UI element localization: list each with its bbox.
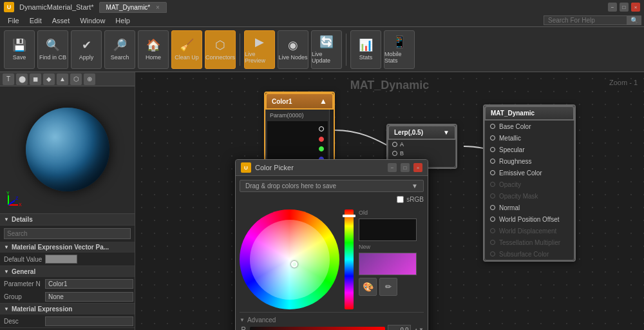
color-wheel[interactable] <box>240 209 339 309</box>
vp-btn-6[interactable]: ⬡ <box>70 73 82 85</box>
normal-pin[interactable] <box>490 205 495 210</box>
lerp-pin-a[interactable]: A <box>388 140 455 149</box>
lerp-pin-b[interactable]: B <box>388 149 455 158</box>
output-world-pos[interactable]: World Position Offset <box>485 213 574 225</box>
live-update-button[interactable]: 🔄Live Update <box>311 30 342 69</box>
vp-btn-1[interactable]: T <box>3 73 14 85</box>
slider-r-value[interactable] <box>388 325 411 330</box>
specular-pin[interactable] <box>490 147 495 152</box>
find-in-cb-button[interactable]: 🔍Find in CB <box>37 30 68 69</box>
cp-drop-area[interactable]: Drag & drop colors here to save ▼ <box>240 180 424 192</box>
material-expression-2-header[interactable]: ▼ Material Expression <box>0 304 135 315</box>
opacity-mask-pin <box>490 193 495 199</box>
mobile-stats-button[interactable]: 📱Mobile Stats <box>384 30 415 69</box>
color1-pin-g[interactable] <box>267 145 328 153</box>
help-search-input[interactable] <box>544 15 627 25</box>
menu-help[interactable]: Help <box>110 17 135 24</box>
cp-title: Color Picker <box>255 164 384 171</box>
ue-logo: U <box>241 162 251 173</box>
vp-btn-3[interactable]: ◼ <box>30 73 41 85</box>
menu-file[interactable]: File <box>3 17 24 24</box>
menu-asset[interactable]: Asset <box>47 17 75 24</box>
output-metallic[interactable]: Metallic <box>485 132 574 144</box>
axis-indicator: X Y Z <box>5 189 24 208</box>
mat-dynamic-node[interactable]: MAT_Dynamic Base Color Metallic Specular… <box>483 104 576 262</box>
material-graph[interactable]: MAT_Dynamic Zoom - 1 Color1 ▲ Param(0000… <box>135 72 644 330</box>
metallic-pin[interactable] <box>490 135 495 141</box>
apply-button[interactable]: ✔Apply <box>71 30 102 69</box>
menu-edit[interactable]: Edit <box>24 17 47 24</box>
mobile-stats-icon: 📱 <box>392 35 406 49</box>
opacity-pin <box>490 182 495 187</box>
connectors-button[interactable]: ⬡Connectors <box>205 30 236 69</box>
emissive-pin[interactable] <box>490 170 495 175</box>
menu-window[interactable]: Window <box>75 17 110 24</box>
output-subsurface: Subsurface Color <box>485 248 574 260</box>
color1-expand[interactable]: ▲ <box>319 97 327 106</box>
cp-minimize-btn[interactable]: − <box>388 163 397 172</box>
properties-search-input[interactable] <box>4 228 131 239</box>
slider-r-row: R ▲▼ <box>240 325 424 330</box>
vp-btn-5[interactable]: ▲ <box>57 73 68 85</box>
save-button[interactable]: 💾Save <box>4 30 35 69</box>
output-emissive[interactable]: Emissive Color <box>485 167 574 179</box>
active-tab[interactable]: MAT_Dynamic* × <box>99 2 167 13</box>
details-label: Details <box>12 216 33 223</box>
cleanup-button[interactable]: 🧹Clean Up <box>171 30 202 69</box>
srgb-checkbox[interactable] <box>397 196 404 203</box>
svg-line-2 <box>8 200 15 205</box>
stats-button[interactable]: 📊Stats <box>350 30 381 69</box>
color1-rgba-dot[interactable] <box>319 126 324 131</box>
vp-btn-2[interactable]: ⬤ <box>16 73 28 85</box>
cp-close-btn[interactable]: × <box>413 163 422 172</box>
maximize-btn[interactable]: □ <box>620 3 629 12</box>
color1-pin-r[interactable] <box>267 135 328 143</box>
home-label: Home <box>146 54 161 61</box>
output-specular[interactable]: Specular <box>485 144 574 155</box>
slider-r-track[interactable] <box>250 327 385 330</box>
color1-g-dot[interactable] <box>319 146 324 151</box>
home-button[interactable]: 🏠Home <box>138 30 169 69</box>
details-header[interactable]: ▼ Details <box>0 214 135 225</box>
hue-bar[interactable] <box>345 209 354 309</box>
output-roughness[interactable]: Roughness <box>485 155 574 167</box>
lerp-b-dot[interactable] <box>392 151 397 156</box>
color1-pin-rgba[interactable] <box>267 125 328 133</box>
desc-input[interactable] <box>45 316 133 326</box>
live-nodes-button[interactable]: ◉Live Nodes <box>278 30 308 69</box>
old-label: Old <box>359 209 417 216</box>
search-button[interactable]: 🔎Search <box>104 30 135 69</box>
cp-titlebar: U Color Picker − □ × <box>236 160 428 176</box>
vp-btn-4[interactable]: ◆ <box>43 73 55 85</box>
output-base-color[interactable]: Base Color <box>485 121 574 132</box>
world-pos-pin[interactable] <box>490 217 495 222</box>
cp-maximize-btn[interactable]: □ <box>401 163 410 172</box>
output-world-disp: World Displacement <box>485 225 574 237</box>
parameter-n-input[interactable] <box>45 279 133 289</box>
roughness-pin[interactable] <box>490 159 495 164</box>
viewport-toolbar: T ⬤ ◼ ◆ ▲ ⬡ ⊕ <box>0 72 135 86</box>
vp-btn-7[interactable]: ⊕ <box>84 73 95 85</box>
advanced-toggle[interactable]: ▼ Advanced <box>240 315 424 325</box>
slider-r-arrow[interactable]: ▲▼ <box>413 327 424 331</box>
live-preview-button[interactable]: ▶Live Preview <box>244 30 275 69</box>
tab-close[interactable]: × <box>156 4 160 11</box>
default-value-swatch[interactable] <box>45 255 77 264</box>
eyedropper-button[interactable]: 🎨 <box>359 278 377 296</box>
color1-r-dot[interactable] <box>319 137 324 142</box>
window-close-btn[interactable]: × <box>631 3 640 12</box>
picker-button[interactable]: ✏ <box>379 278 397 296</box>
lerp-a-dot[interactable] <box>392 142 397 147</box>
live-nodes-label: Live Nodes <box>278 54 307 61</box>
home-icon: 🏠 <box>146 38 160 52</box>
material-expression-header[interactable]: ▼ Material Expression Vector Pa... <box>0 242 135 253</box>
output-normal[interactable]: Normal <box>485 202 574 213</box>
connectors-label: Connectors <box>205 54 235 61</box>
minimize-btn[interactable]: − <box>608 3 617 12</box>
group-input[interactable] <box>45 292 133 302</box>
base-color-pin[interactable] <box>490 124 495 129</box>
color-wheel-container[interactable] <box>240 209 339 309</box>
general-header[interactable]: ▼ General <box>0 266 135 277</box>
default-value-label: Default Value <box>4 256 43 263</box>
lerp-expand[interactable]: ▼ <box>443 129 450 136</box>
